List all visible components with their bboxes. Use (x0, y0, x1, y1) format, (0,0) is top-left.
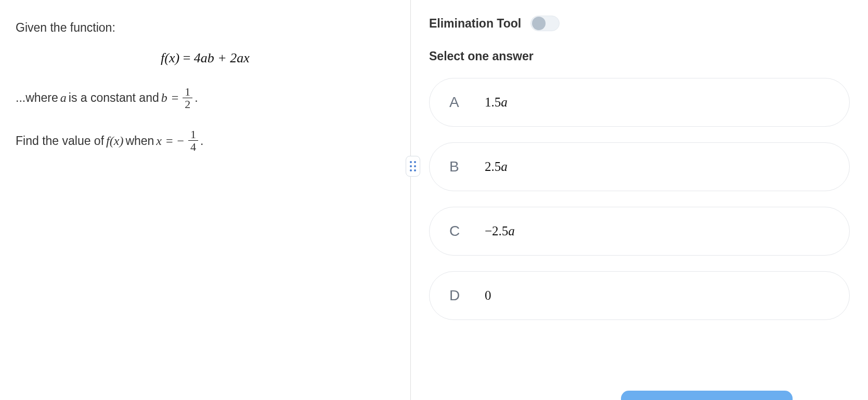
answer-value: 2.5a (485, 159, 508, 174)
var-a: a (60, 84, 67, 112)
equation-lhs: f(x) (161, 50, 179, 65)
where-mid: is a constant and (69, 85, 159, 111)
answer-letter: B (449, 158, 464, 175)
where-prefix: ...where (16, 85, 58, 111)
find-prefix: Find the value of (16, 128, 104, 154)
pane-resize-handle[interactable] (406, 156, 420, 177)
elimination-tool-label: Elimination Tool (429, 17, 521, 31)
var-x: x (156, 127, 162, 155)
period-2: . (200, 128, 203, 154)
b-frac-den: 2 (183, 98, 192, 110)
bottom-action-bar[interactable] (621, 391, 793, 400)
when-text: when (125, 128, 154, 154)
x-frac-den: 4 (188, 141, 198, 153)
neg-sign: − (177, 127, 185, 155)
b-fraction: 1 2 (183, 86, 192, 110)
question-panel: Given the function: f(x) = 4ab + 2ax ...… (0, 0, 411, 400)
answer-letter: C (449, 223, 464, 239)
fx: f(x) (106, 127, 123, 155)
x-fraction: 1 4 (188, 128, 198, 153)
answer-value: 1.5a (485, 95, 508, 110)
answer-option-c[interactable]: C−2.5a (429, 207, 850, 256)
toggle-knob (532, 17, 546, 30)
b-frac-num: 1 (183, 86, 192, 98)
drag-dots-icon (410, 161, 416, 171)
answer-option-a[interactable]: A1.5a (429, 78, 850, 127)
elimination-toggle[interactable] (530, 16, 560, 31)
where-clause: ...where a is a constant and b = 1 2 . (16, 84, 395, 112)
answer-letter: A (449, 94, 464, 111)
x-frac-num: 1 (188, 128, 198, 141)
question-intro: Given the function: (16, 18, 395, 37)
elimination-tool-row: Elimination Tool (429, 16, 850, 31)
answer-option-b[interactable]: B2.5a (429, 142, 850, 191)
equation-rhs: 4ab + 2ax (194, 50, 250, 65)
answer-letter: D (449, 287, 464, 304)
function-equation: f(x) = 4ab + 2ax (16, 50, 395, 66)
equals-sign-x: = (166, 127, 173, 155)
var-b: b (161, 84, 167, 112)
answer-value: −2.5a (485, 224, 515, 238)
equals-sign: = (179, 50, 194, 65)
answer-option-d[interactable]: D0 (429, 271, 850, 320)
equals-sign-b: = (172, 84, 179, 112)
select-one-answer-label: Select one answer (429, 49, 850, 63)
answer-panel: Elimination Tool Select one answer A1.5a… (411, 0, 868, 400)
find-clause: Find the value of f(x) when x = − 1 4 . (16, 127, 395, 155)
period-1: . (195, 85, 198, 111)
answer-value: 0 (485, 288, 491, 303)
